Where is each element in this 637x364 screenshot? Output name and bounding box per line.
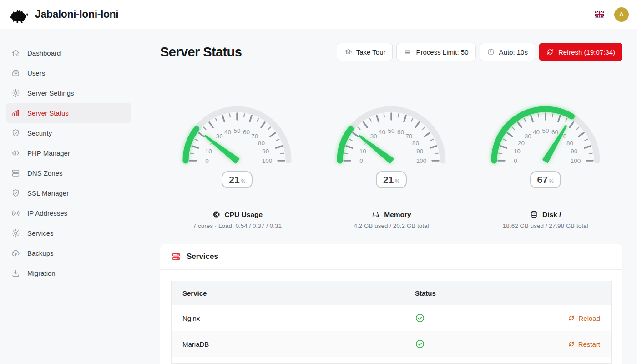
svg-text:10: 10 bbox=[359, 148, 366, 155]
boar-logo-icon bbox=[8, 6, 29, 23]
svg-text:30: 30 bbox=[370, 133, 377, 140]
status-badge bbox=[415, 313, 425, 323]
check-circle-icon bbox=[415, 313, 425, 323]
gauge-unit: % bbox=[395, 178, 399, 184]
archive-box-icon bbox=[11, 68, 20, 78]
svg-text:90: 90 bbox=[263, 148, 269, 155]
auto-refresh-button[interactable]: Auto: 10s bbox=[480, 43, 535, 61]
sidebar-item-label: SSL Manager bbox=[27, 189, 69, 197]
gauge-chart: 0102030405060708090100 bbox=[173, 100, 301, 168]
sidebar-item-server-status[interactable]: Server Status bbox=[6, 103, 131, 123]
sidebar-item-label: Server Status bbox=[27, 109, 69, 117]
gear-icon bbox=[11, 88, 20, 98]
sidebar-item-services[interactable]: Services bbox=[6, 223, 131, 243]
svg-text:0: 0 bbox=[514, 157, 517, 164]
table-row-mariadb: MariaDBRestart bbox=[172, 331, 611, 357]
top-bar: Jabaloni-loni-loni A bbox=[0, 0, 637, 29]
process-limit-button[interactable]: Process Limit: 50 bbox=[396, 43, 475, 61]
services-icon bbox=[171, 252, 181, 262]
sidebar-item-label: Migration bbox=[27, 269, 56, 277]
services-card: Services Service Status NginxReloadMaria… bbox=[160, 244, 622, 364]
svg-text:60: 60 bbox=[243, 129, 250, 136]
button-label: Refresh (19:07:34) bbox=[558, 48, 615, 56]
gauge-value-pill: 21% bbox=[376, 171, 407, 188]
list-icon bbox=[404, 48, 412, 56]
restart-action-link[interactable]: Restart bbox=[568, 340, 600, 348]
code-icon bbox=[11, 148, 20, 158]
service-name: MariaDB bbox=[172, 340, 415, 348]
sidebar-item-migration[interactable]: Migration bbox=[6, 263, 131, 283]
gauge-chart: 0102030405060708090100 bbox=[482, 100, 609, 168]
sidebar-item-php-manager[interactable]: PHP Manager bbox=[6, 143, 131, 163]
svg-text:60: 60 bbox=[551, 129, 558, 136]
gauge-value: 21 bbox=[383, 174, 394, 185]
gauge-unit: % bbox=[549, 178, 554, 184]
gear-icon bbox=[11, 228, 20, 238]
sidebar-item-label: Services bbox=[27, 229, 54, 237]
check-circle-icon bbox=[415, 339, 425, 349]
svg-text:100: 100 bbox=[570, 157, 581, 164]
svg-text:90: 90 bbox=[571, 148, 577, 155]
svg-text:80: 80 bbox=[566, 140, 573, 147]
svg-text:50: 50 bbox=[542, 127, 549, 134]
brand: Jabaloni-loni-loni bbox=[8, 6, 118, 23]
gauge-value-pill: 21% bbox=[222, 171, 253, 188]
cpu-icon bbox=[212, 210, 221, 219]
sidebar-item-ip-addresses[interactable]: IP Addresses bbox=[6, 203, 131, 223]
services-table-rows: NginxReloadMariaDBRestart bbox=[172, 305, 611, 357]
svg-text:100: 100 bbox=[416, 157, 427, 164]
svg-text:0: 0 bbox=[359, 157, 363, 164]
sidebar-item-label: Security bbox=[27, 129, 52, 137]
gauge-value-pill: 67% bbox=[530, 171, 561, 188]
svg-text:50: 50 bbox=[234, 127, 241, 134]
sidebar-item-label: Server Settings bbox=[27, 89, 74, 97]
take-tour-button[interactable]: Take Tour bbox=[337, 43, 393, 61]
clock-icon bbox=[487, 48, 495, 56]
refresh-icon bbox=[568, 340, 575, 348]
gauge-value: 21 bbox=[229, 174, 239, 185]
sidebar-item-server-settings[interactable]: Server Settings bbox=[6, 83, 131, 103]
button-label: Auto: 10s bbox=[499, 48, 528, 56]
top-bar-right: A bbox=[595, 7, 629, 22]
sidebar-item-backups[interactable]: Backups bbox=[6, 243, 131, 263]
shield-check-icon bbox=[11, 188, 20, 198]
gauge-subtitle: 4.2 GB used / 20.2 GB total bbox=[354, 222, 429, 229]
svg-text:10: 10 bbox=[513, 148, 520, 155]
reload-action-link[interactable]: Reload bbox=[568, 314, 600, 322]
sidebar-item-ssl-manager[interactable]: SSL Manager bbox=[6, 183, 131, 203]
avatar[interactable]: A bbox=[614, 7, 629, 22]
svg-text:30: 30 bbox=[524, 133, 531, 140]
button-label: Take Tour bbox=[356, 48, 386, 56]
sidebar-item-label: Dashboard bbox=[27, 49, 61, 57]
sidebar-item-dashboard[interactable]: Dashboard bbox=[6, 43, 131, 63]
gauge-value: 67 bbox=[537, 174, 548, 185]
refresh-icon bbox=[546, 48, 554, 56]
refresh-button[interactable]: Refresh (19:07:34) bbox=[539, 43, 622, 61]
uk-flag-icon[interactable] bbox=[595, 11, 604, 18]
sidebar-item-users[interactable]: Users bbox=[6, 63, 131, 83]
gauge-chart: 0102030405060708090100 bbox=[328, 100, 455, 168]
gauge-cpu-usage: 010203040506070809010021%CPU Usage7 core… bbox=[160, 100, 314, 229]
svg-text:90: 90 bbox=[416, 148, 423, 155]
services-card-header: Services bbox=[160, 244, 622, 270]
sidebar-item-security[interactable]: Security bbox=[6, 123, 131, 143]
home-icon bbox=[11, 48, 20, 58]
svg-text:20: 20 bbox=[518, 140, 525, 147]
sidebar-item-label: Users bbox=[27, 69, 45, 77]
sidebar-item-dns-zones[interactable]: DNS Zones bbox=[6, 163, 131, 183]
svg-text:100: 100 bbox=[262, 157, 273, 164]
gauge-subtitle: 7 cores · Load: 0.54 / 0.37 / 0.31 bbox=[193, 222, 282, 229]
svg-text:10: 10 bbox=[205, 148, 212, 155]
gauge-memory: 010203040506070809010021%Memory4.2 GB us… bbox=[314, 100, 469, 229]
cloud-upload-icon bbox=[11, 248, 20, 258]
toolbar: Take TourProcess Limit: 50Auto: 10sRefre… bbox=[337, 43, 622, 61]
shield-check-icon bbox=[11, 128, 20, 138]
column-header-status: Status bbox=[415, 289, 611, 297]
svg-text:80: 80 bbox=[412, 140, 419, 147]
svg-text:60: 60 bbox=[397, 129, 404, 136]
server-stack-icon bbox=[11, 168, 20, 178]
broadcast-icon bbox=[11, 208, 20, 218]
sidebar: DashboardUsersServer SettingsServer Stat… bbox=[0, 29, 139, 364]
table-row-partial bbox=[172, 357, 611, 363]
svg-text:50: 50 bbox=[388, 127, 394, 134]
